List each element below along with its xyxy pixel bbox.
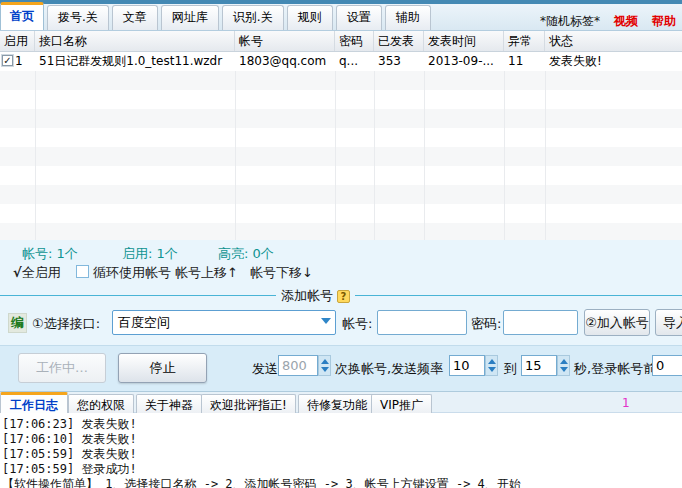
col-status[interactable]: 状态 [545, 31, 682, 51]
tab-rules[interactable]: 规则 [287, 5, 333, 30]
freq-from-input[interactable] [449, 355, 485, 376]
working-button: 工作中… [18, 353, 106, 383]
row-status: 发表失败! [545, 52, 682, 71]
freq-to-stepper[interactable] [557, 355, 570, 376]
account-field-label: 帐号: [342, 315, 372, 333]
grid-line [424, 52, 425, 240]
help-question-icon[interactable]: ? [337, 290, 350, 303]
tabbar-right: *随机标签* 视频 帮助 [540, 13, 676, 30]
to-label: 到 [504, 360, 517, 378]
send-control-panel: 工作中… 停止 发送 次换帐号,发送频率 到 秒,登录帐号前等待 [0, 345, 682, 392]
stat-enabled: 启用: 1个 [122, 245, 178, 263]
send-label: 发送 [252, 360, 278, 378]
row-enabled-checkbox[interactable]: ✓ [2, 55, 13, 66]
spin-up-icon[interactable] [560, 359, 568, 364]
loop-accounts-checkbox[interactable] [76, 265, 89, 278]
interface-select[interactable]: 百度空间 [112, 310, 336, 335]
col-posted[interactable]: 已发表 [374, 31, 424, 51]
edit-link[interactable]: 编 [8, 313, 27, 333]
stat-highlight: 高亮: 0个 [218, 245, 274, 263]
account-controls-row: √全启用 循环使用帐号 帐号上移↑ 帐号下移↓ [0, 263, 682, 283]
spin-up-icon[interactable] [488, 359, 496, 364]
count-badge: 1 [622, 396, 630, 410]
loop-accounts-label: 循环使用帐号 [93, 264, 171, 282]
spin-down-icon[interactable] [321, 367, 329, 372]
move-account-down-button[interactable]: 帐号下移↓ [250, 264, 313, 282]
row-interface-name: 51日记群发规则1.0_test11.wzdr [35, 52, 235, 71]
add-account-section: 添加帐号 ? 编 ①选择接口: 百度空间 帐号: 密码: ②加入帐号 导入 [0, 283, 682, 345]
col-interface-name[interactable]: 接口名称 [35, 31, 235, 51]
tab-settings[interactable]: 设置 [336, 5, 382, 30]
interface-select-value: 百度空间 [118, 315, 170, 330]
row-password: q... [335, 52, 374, 71]
spin-down-icon[interactable] [488, 367, 496, 372]
freq-to-input[interactable] [521, 355, 557, 376]
move-account-up-button[interactable]: 帐号上移↑ [175, 264, 238, 282]
grid-line [504, 52, 505, 240]
password-field-label: 密码: [471, 315, 501, 333]
main-tabs: 首页 拨号.关 文章 网址库 识别.关 规则 设置 辅助 [0, 2, 434, 30]
col-post-time[interactable]: 发表时间 [424, 31, 504, 51]
log-line: 【软件操作简单】 1、选择接口名称 -> 2、添加帐号密码 -> 3、帐号上方键… [2, 476, 521, 488]
grid-line [235, 52, 236, 240]
stat-accounts: 帐号: 1个 [22, 245, 78, 263]
video-link[interactable]: 视频 [614, 13, 638, 30]
enable-all-toggle[interactable]: √全启用 [13, 264, 61, 282]
tab-recognize[interactable]: 识别.关 [222, 5, 284, 30]
account-table-body: ✓ 1 51日记群发规则1.0_test11.wzdr 1803@qq.com … [0, 52, 682, 240]
grid-line [335, 52, 336, 240]
account-input[interactable] [377, 310, 467, 335]
send-count-stepper[interactable] [318, 355, 331, 376]
check-icon: √ [13, 265, 22, 280]
spin-down-icon[interactable] [560, 367, 568, 372]
bottom-tabbar: 工作日志 您的权限 关于神器 欢迎批评指正! 待修复功能 VIP推广 1 [0, 392, 682, 413]
row-number: 1 [15, 52, 23, 71]
add-account-button[interactable]: ②加入帐号 [584, 309, 650, 336]
main-tabbar: 首页 拨号.关 文章 网址库 识别.关 规则 设置 辅助 *随机标签* 视频 帮… [0, 4, 682, 31]
grid-line [35, 52, 36, 240]
table-header: 启用 接口名称 帐号 密码 已发表 发表时间 异常 状态 [0, 31, 682, 52]
tab-home[interactable]: 首页 [0, 2, 44, 30]
tab-dial[interactable]: 拨号.关 [47, 5, 109, 30]
grid-line [545, 52, 546, 240]
work-log[interactable]: [17:06:23] 发表失败! [17:06:10] 发表失败! [17:05… [0, 413, 682, 488]
grid-line [374, 52, 375, 240]
col-password[interactable]: 密码 [335, 31, 374, 51]
col-enabled[interactable]: 启用 [0, 31, 35, 51]
tab-assist[interactable]: 辅助 [385, 5, 431, 30]
add-account-legend: 添加帐号 ? [276, 287, 355, 305]
import-button[interactable]: 导入 [655, 309, 682, 336]
tab-url-library[interactable]: 网址库 [161, 5, 219, 30]
row-post-time: 2013-09-... [424, 52, 504, 71]
help-link[interactable]: 帮助 [652, 13, 676, 30]
random-tag-label: *随机标签* [540, 13, 600, 30]
stop-button[interactable]: 停止 [118, 353, 207, 383]
per-account-label: 次换帐号,发送频率 [335, 360, 443, 378]
freq-from-stepper[interactable] [485, 355, 498, 376]
col-account[interactable]: 帐号 [235, 31, 335, 51]
tab-article[interactable]: 文章 [112, 5, 158, 30]
select-interface-label: ①选择接口: [32, 315, 100, 333]
row-abnormal: 11 [504, 52, 545, 71]
row-account: 1803@qq.com [235, 52, 335, 71]
app-window: 首页 拨号.关 文章 网址库 识别.关 规则 设置 辅助 *随机标签* 视频 帮… [0, 0, 682, 488]
table-row[interactable]: ✓ 1 51日记群发规则1.0_test11.wzdr 1803@qq.com … [0, 52, 682, 71]
wait-input[interactable] [652, 355, 682, 376]
send-count-input[interactable] [278, 355, 318, 376]
stats-row: 帐号: 1个 启用: 1个 高亮: 0个 [0, 240, 682, 263]
spin-up-icon[interactable] [321, 359, 329, 364]
col-abnormal[interactable]: 异常 [504, 31, 545, 51]
chevron-down-icon [321, 318, 331, 324]
row-posted: 353 [374, 52, 424, 71]
password-input[interactable] [503, 310, 578, 335]
